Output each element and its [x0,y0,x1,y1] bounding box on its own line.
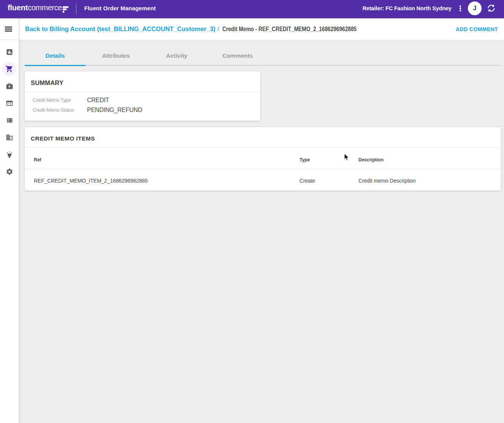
topbar-divider [76,3,76,14]
sidebar-nav [0,40,19,180]
briefcase-play-icon [6,82,13,90]
summary-row-label: Credit Memo Type [33,98,87,103]
summary-row: Credit Memo TypeCREDIT [25,95,260,105]
summary-card-header: SUMMARY [25,71,260,92]
breadcrumb-separator: / [217,25,219,33]
app-title: Fluent Order Management [84,5,156,11]
tabs-container: DetailsAttributesActivityComments [25,46,501,66]
active-tab-indicator [25,65,86,66]
topbar-actions: Retailer: FC Fashion North Sydney J [363,2,504,15]
tab-attributes[interactable]: Attributes [86,46,146,65]
sync-icon[interactable] [484,2,498,15]
summary-rows: Credit Memo TypeCREDITCredit Memo Status… [25,92,260,121]
list-icon [6,117,13,124]
sidebar-item-catalogue[interactable] [1,112,18,129]
column-header-ref: Ref [25,148,290,169]
kebab-menu-icon[interactable] [456,2,465,15]
sidebar-item-analytics[interactable] [1,43,18,60]
bar-chart-icon [6,48,13,56]
sidebar-item-insights[interactable] [1,146,18,163]
highlight-icon [6,151,13,158]
summary-row-label: Credit Memo Status [33,107,87,113]
table-row[interactable]: REF_CREDIT_MEMO_ITEM_2_1686296962885Crea… [25,169,501,191]
tab-comments[interactable]: Comments [207,46,268,65]
credit-memo-items-card: CREDIT MEMO ITEMS RefTypeDescription REF… [25,127,501,191]
shopping-cart-icon [5,65,13,73]
summary-card: SUMMARY Credit Memo TypeCREDITCredit Mem… [25,71,260,121]
sidebar-item-fulfilments[interactable] [1,77,18,95]
sidebar-item-orders[interactable] [1,60,18,77]
column-header-description: Description [349,148,501,169]
logo-text-fluent: fluent [8,3,28,12]
sidebar [0,18,19,423]
tab-details[interactable]: Details [25,46,86,65]
tab-bar: DetailsAttributesActivityComments [25,46,501,66]
credit-memo-items-table: RefTypeDescription REF_CREDIT_MEMO_ITEM_… [25,148,501,191]
add-comment-button[interactable]: ADD COMMENT [456,26,498,32]
gear-icon [6,168,13,175]
summary-row-value: PENDING_REFUND [87,107,142,114]
logo-text-commerce: commerce [28,3,62,12]
credit-memo-items-title: CREDIT MEMO ITEMS [31,135,95,142]
avatar[interactable]: J [468,2,482,15]
table-cell: Create [290,169,349,191]
summary-row-value: CREDIT [87,97,109,104]
breadcrumb-current: Credit Memo - REF_CREDIT_MEMO_2_16862969… [222,25,357,33]
credit-memo-items-card-header: CREDIT MEMO ITEMS [25,127,501,148]
summary-title: SUMMARY [31,79,63,87]
building-icon [6,134,13,141]
breadcrumb-back-link[interactable]: Back to Billing Account (test_BILLING_AC… [25,25,216,33]
retailer-label: Retailer: FC Fashion North Sydney [363,5,452,11]
table-cell: REF_CREDIT_MEMO_ITEM_2_1686296962885 [25,169,290,191]
top-app-bar: fluentcommerce Fluent Order Management R… [0,0,504,18]
summary-row: Credit Memo StatusPENDING_REFUND [25,105,260,115]
web-icon [6,99,13,107]
tab-activity[interactable]: Activity [146,46,207,65]
main-content: Back to Billing Account (test_BILLING_AC… [19,18,504,423]
table-cell: Credit memo Description [349,169,501,191]
hamburger-menu-icon[interactable] [0,18,19,40]
fluent-logo-mark-icon [62,6,69,13]
fluent-commerce-logo: fluentcommerce [8,3,69,13]
sidebar-item-settings[interactable] [1,163,18,180]
breadcrumb: Back to Billing Account (test_BILLING_AC… [19,18,504,40]
sidebar-item-payments[interactable] [1,95,18,112]
table-body: REF_CREDIT_MEMO_ITEM_2_1686296962885Crea… [25,169,501,191]
table-header-row: RefTypeDescription [25,148,501,169]
sidebar-item-locations[interactable] [1,129,18,146]
column-header-type: Type [290,148,349,169]
